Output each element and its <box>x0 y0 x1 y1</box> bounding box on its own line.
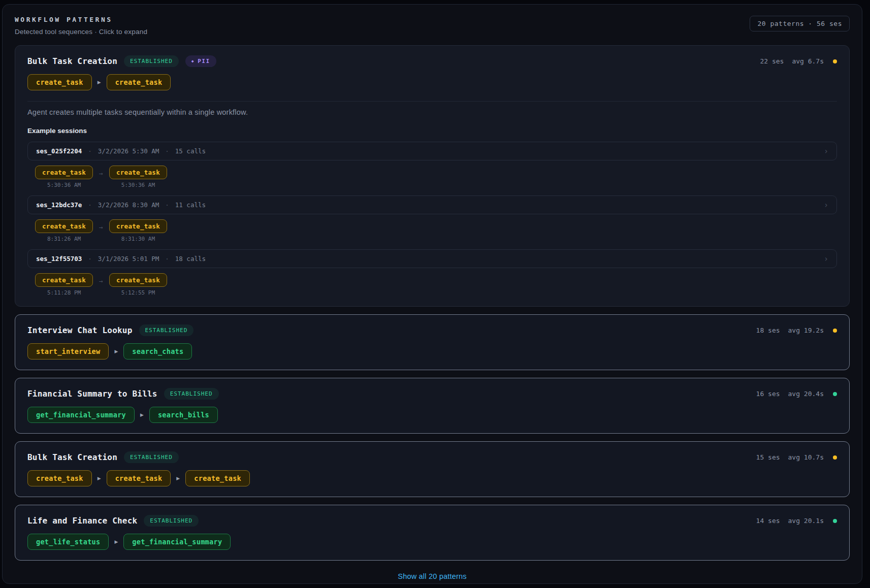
session-step: create_task 8:31:30 AM <box>109 219 167 242</box>
session-step: create_task 8:31:26 AM <box>35 219 93 242</box>
avg-duration: avg 20.4s <box>788 390 824 398</box>
session-id: ses_12f55703 <box>36 255 82 263</box>
pattern-card[interactable]: Bulk Task Creation ESTABLISHED 15 ses av… <box>15 441 850 497</box>
divider <box>27 101 837 102</box>
pattern-card[interactable]: Financial Summary to Bills ESTABLISHED 1… <box>15 378 850 434</box>
pattern-title-group: Bulk Task Creation ESTABLISHED <box>27 451 179 463</box>
session-id: ses_025f2204 <box>36 147 82 155</box>
meta-separator: · <box>165 201 169 209</box>
pattern-stats: 22 ses avg 6.7s <box>760 57 837 65</box>
pattern-name: Bulk Task Creation <box>27 56 117 66</box>
arrow-right-icon: → <box>99 223 103 231</box>
tool-sequence: create_task▶create_task▶create_task <box>27 470 837 486</box>
chevron-right-icon: › <box>824 256 828 262</box>
pattern-card[interactable]: Interview Chat Lookup ESTABLISHED 18 ses… <box>15 314 850 370</box>
pattern-title-group: Life and Finance Check ESTABLISHED <box>27 515 199 527</box>
session-count: 16 ses <box>756 390 780 398</box>
status-badge: ESTABLISHED <box>124 55 179 67</box>
tool-chip: create_task <box>109 166 167 179</box>
tool-chip: create_task <box>107 470 171 486</box>
tool-chip: create_task <box>107 74 171 90</box>
step-timestamp: 5:11:28 PM <box>47 289 81 296</box>
meta-separator: · <box>88 147 92 155</box>
session-row[interactable]: ses_12f55703 · 3/1/2026 5:01 PM · 18 cal… <box>27 249 837 268</box>
tool-sequence: get_life_status▶get_financial_summary <box>27 534 837 550</box>
session-id: ses_12bdc37e <box>36 201 82 209</box>
tool-chip: create_task <box>185 470 250 486</box>
status-dot-icon <box>833 455 837 460</box>
pattern-details: Agent creates multiple tasks sequentiall… <box>27 101 837 296</box>
pii-label: PII <box>198 58 210 64</box>
session-steps: create_task 8:31:26 AM → create_task 8:3… <box>27 219 837 242</box>
pattern-list: Bulk Task Creation ESTABLISHED ◆PII 22 s… <box>15 45 850 561</box>
session-row[interactable]: ses_025f2204 · 3/2/2026 5:30 AM · 15 cal… <box>27 142 837 160</box>
status-badge: ESTABLISHED <box>164 388 219 400</box>
example-session: ses_12bdc37e · 3/2/2026 8:30 AM · 11 cal… <box>27 195 837 242</box>
session-count: 15 ses <box>756 453 780 461</box>
session-step: create_task 5:11:28 PM <box>35 273 93 296</box>
pattern-stats: 15 ses avg 10.7s <box>756 453 837 461</box>
tool-sequence: create_task▶create_task <box>27 74 837 90</box>
example-session-list: ses_025f2204 · 3/2/2026 5:30 AM · 15 cal… <box>27 142 837 296</box>
tool-chip: create_task <box>109 219 167 233</box>
step-timestamp: 8:31:30 AM <box>121 236 155 242</box>
pattern-name: Life and Finance Check <box>27 516 137 526</box>
avg-duration: avg 6.7s <box>792 57 824 65</box>
arrow-right-icon: ▶ <box>98 80 101 85</box>
session-call-count: 15 calls <box>175 147 206 155</box>
avg-duration: avg 19.2s <box>788 326 824 334</box>
session-row[interactable]: ses_12bdc37e · 3/2/2026 8:30 AM · 11 cal… <box>27 195 837 214</box>
chevron-right-icon: › <box>824 149 828 154</box>
session-steps: create_task 5:11:28 PM → create_task 5:1… <box>27 273 837 296</box>
step-timestamp: 5:30:36 AM <box>47 182 81 188</box>
session-count: 22 ses <box>760 57 784 65</box>
status-dot-icon <box>833 59 837 63</box>
session-count: 14 ses <box>756 517 780 525</box>
page-subtitle: Detected tool sequences · Click to expan… <box>15 28 147 36</box>
status-dot-icon <box>833 329 837 333</box>
step-timestamp: 8:31:26 AM <box>47 236 81 242</box>
example-session: ses_12f55703 · 3/1/2026 5:01 PM · 18 cal… <box>27 249 837 296</box>
step-timestamp: 5:12:55 PM <box>121 289 155 296</box>
pii-badge: ◆PII <box>185 55 216 67</box>
pattern-description: Agent creates multiple tasks sequentiall… <box>27 108 837 116</box>
summary-badge: 20 patterns · 56 ses <box>750 16 850 31</box>
pattern-name: Interview Chat Lookup <box>27 325 133 335</box>
tool-chip: start_interview <box>27 343 109 360</box>
status-dot-icon <box>833 519 837 523</box>
pattern-card[interactable]: Life and Finance Check ESTABLISHED 14 se… <box>15 505 850 561</box>
header-text-group: WORKFLOW PATTERNS Detected tool sequence… <box>15 16 147 36</box>
tool-chip: search_bills <box>149 407 218 423</box>
meta-separator: · <box>88 201 92 209</box>
tool-chip: create_task <box>35 273 93 287</box>
pattern-title-group: Interview Chat Lookup ESTABLISHED <box>27 324 194 336</box>
session-step: create_task 5:30:36 AM <box>109 166 167 188</box>
tool-sequence: get_financial_summary▶search_bills <box>27 407 837 423</box>
tool-chip: get_financial_summary <box>123 534 231 550</box>
pattern-stats: 18 ses avg 19.2s <box>756 326 837 334</box>
pattern-card[interactable]: Bulk Task Creation ESTABLISHED ◆PII 22 s… <box>15 45 850 307</box>
session-call-count: 18 calls <box>175 255 206 263</box>
page-title: WORKFLOW PATTERNS <box>15 16 147 23</box>
example-sessions-label: Example sessions <box>27 127 837 135</box>
arrow-right-icon: → <box>99 170 103 177</box>
pattern-name: Bulk Task Creation <box>27 452 117 462</box>
meta-separator: · <box>165 255 169 263</box>
show-all-link[interactable]: Show all 20 patterns <box>15 572 850 580</box>
pattern-card-header: Interview Chat Lookup ESTABLISHED 18 ses… <box>27 324 837 336</box>
diamond-icon: ◆ <box>191 59 195 63</box>
tool-chip: create_task <box>27 470 92 486</box>
session-steps: create_task 5:30:36 AM → create_task 5:3… <box>27 166 837 188</box>
session-step: create_task 5:30:36 AM <box>35 166 93 188</box>
pattern-stats: 16 ses avg 20.4s <box>756 390 837 398</box>
example-session: ses_025f2204 · 3/2/2026 5:30 AM · 15 cal… <box>27 142 837 188</box>
pattern-card-header: Financial Summary to Bills ESTABLISHED 1… <box>27 388 837 400</box>
arrow-right-icon: ▶ <box>98 476 101 481</box>
workflow-patterns-panel: WORKFLOW PATTERNS Detected tool sequence… <box>2 4 862 584</box>
session-step: create_task 5:12:55 PM <box>109 273 167 296</box>
arrow-right-icon: ▶ <box>114 349 118 354</box>
pattern-title-group: Financial Summary to Bills ESTABLISHED <box>27 388 219 400</box>
meta-separator: · <box>88 255 92 263</box>
pattern-card-header: Bulk Task Creation ESTABLISHED 15 ses av… <box>27 451 837 463</box>
session-datetime: 3/2/2026 5:30 AM <box>98 147 159 155</box>
